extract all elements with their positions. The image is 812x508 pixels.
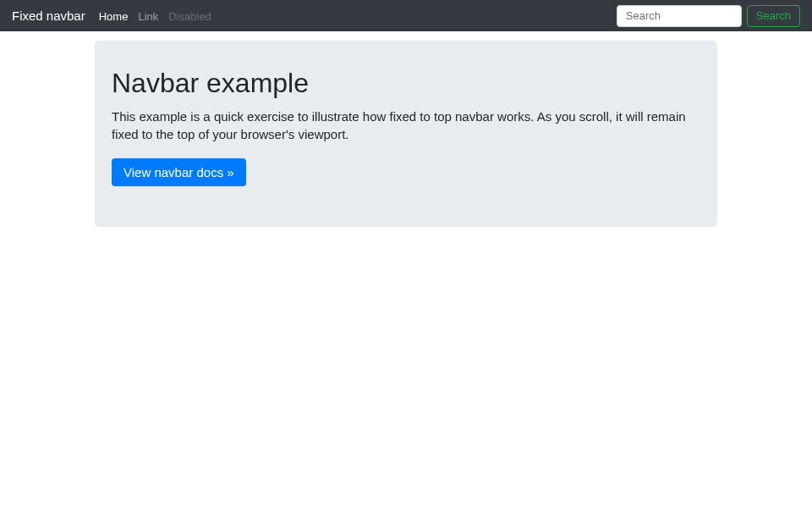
nav-item-home: Home: [99, 8, 129, 24]
navbar-nav: Home Link Disabled: [99, 8, 222, 24]
view-docs-button[interactable]: View navbar docs »: [112, 158, 246, 186]
search-button[interactable]: Search: [747, 5, 800, 27]
navbar-brand[interactable]: Fixed navbar: [12, 8, 85, 23]
nav-item-disabled: Disabled: [168, 8, 211, 24]
search-input[interactable]: [617, 5, 742, 27]
nav-link-disabled: Disabled: [168, 10, 211, 23]
navbar-left: Fixed navbar Home Link Disabled: [12, 8, 222, 24]
navbar: Fixed navbar Home Link Disabled Search: [0, 0, 812, 31]
lead-text: This example is a quick exercise to illu…: [112, 108, 700, 143]
navbar-right: Search: [617, 5, 800, 27]
nav-link-home[interactable]: Home: [99, 10, 129, 23]
nav-link-link[interactable]: Link: [138, 10, 158, 23]
page-title: Navbar example: [112, 68, 700, 99]
jumbotron: Navbar example This example is a quick e…: [95, 41, 717, 227]
nav-item-link: Link: [138, 8, 158, 24]
main-content: Navbar example This example is a quick e…: [0, 0, 812, 227]
